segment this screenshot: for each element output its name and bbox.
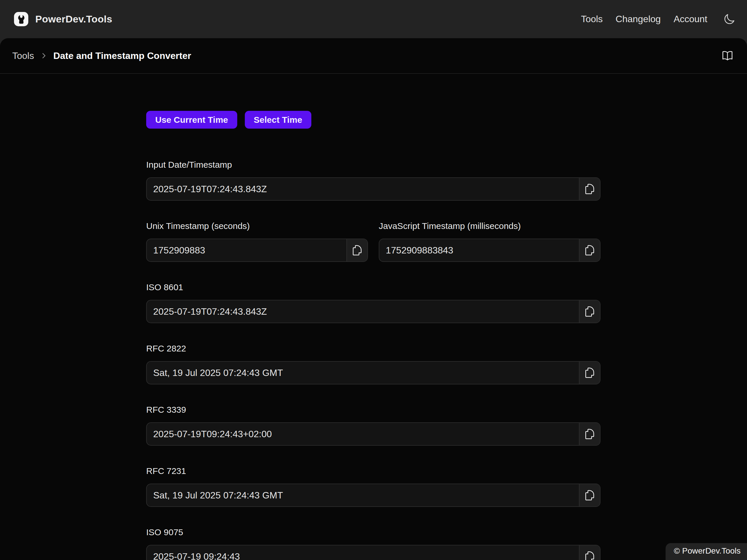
- field-inputgroup: [146, 177, 600, 201]
- field-group-js: JavaScript Timestamp (milliseconds): [379, 221, 600, 262]
- iso9075-field[interactable]: [147, 545, 579, 560]
- moon-icon: [723, 14, 735, 25]
- converter-content: Use Current Time Select Time Input Date/…: [0, 74, 600, 560]
- field-label: ISO 9075: [146, 527, 600, 537]
- field-inputgroup: [146, 484, 600, 507]
- chevron-right-icon: [40, 52, 48, 59]
- copy-icon: [584, 306, 596, 317]
- rfc7231-field[interactable]: [147, 484, 579, 506]
- copy-button[interactable]: [579, 178, 600, 200]
- copy-button[interactable]: [579, 300, 600, 323]
- main-card: Tools Date and Timestamp Converter Use C…: [0, 38, 747, 560]
- field-group-iso8601: ISO 8601: [146, 282, 600, 323]
- rfc3339-field[interactable]: [147, 423, 579, 445]
- docs-button[interactable]: [721, 50, 733, 62]
- copy-icon: [584, 551, 596, 560]
- field-group-iso9075: ISO 9075: [146, 527, 600, 560]
- iso8601-field[interactable]: [147, 300, 579, 323]
- breadcrumb: Tools Date and Timestamp Converter: [0, 38, 747, 74]
- time-actions: Use Current Time Select Time: [146, 111, 600, 129]
- unix-timestamp-field[interactable]: [147, 239, 346, 261]
- copy-button[interactable]: [579, 545, 600, 560]
- wrench-icon: [16, 14, 27, 25]
- js-timestamp-field[interactable]: [379, 239, 579, 261]
- field-label: ISO 8601: [146, 282, 600, 293]
- copy-button[interactable]: [579, 484, 600, 506]
- logo: [14, 12, 28, 26]
- theme-toggle-button[interactable]: [722, 12, 736, 26]
- field-inputgroup: [146, 361, 600, 384]
- footer-copyright: © PowerDev.Tools: [666, 543, 747, 560]
- use-current-time-button[interactable]: Use Current Time: [146, 111, 237, 129]
- field-inputgroup: [379, 239, 600, 262]
- field-group-rfc2822: RFC 2822: [146, 343, 600, 384]
- breadcrumb-tools-link[interactable]: Tools: [12, 50, 34, 61]
- field-inputgroup: [146, 300, 600, 323]
- field-group-rfc3339: RFC 3339: [146, 404, 600, 446]
- app-window: PowerDev.Tools Tools Changelog Account T…: [0, 0, 747, 560]
- copy-icon: [584, 489, 596, 501]
- field-inputgroup: [146, 545, 600, 560]
- nav-item-changelog[interactable]: Changelog: [616, 14, 661, 25]
- brand-name: PowerDev.Tools: [35, 14, 112, 25]
- copy-icon: [351, 244, 363, 256]
- copy-icon: [584, 367, 596, 379]
- field-group-unix: Unix Timestamp (seconds): [146, 221, 368, 262]
- timestamp-columns: Unix Timestamp (seconds) JavaScript Time…: [146, 221, 600, 262]
- copy-icon: [584, 428, 596, 440]
- input-date-field[interactable]: [147, 178, 579, 200]
- copy-icon: [584, 183, 596, 195]
- copy-button[interactable]: [579, 362, 600, 384]
- copy-button[interactable]: [579, 423, 600, 445]
- field-label: RFC 3339: [146, 404, 600, 415]
- nav-item-tools[interactable]: Tools: [581, 14, 603, 25]
- rfc2822-field[interactable]: [147, 362, 579, 384]
- field-group-rfc7231: RFC 7231: [146, 466, 600, 507]
- field-label: JavaScript Timestamp (milliseconds): [379, 221, 600, 231]
- field-label: Input Date/Timestamp: [146, 160, 600, 170]
- brand[interactable]: PowerDev.Tools: [14, 12, 112, 26]
- field-label: RFC 2822: [146, 343, 600, 354]
- select-time-button[interactable]: Select Time: [245, 111, 311, 129]
- field-label: Unix Timestamp (seconds): [146, 221, 368, 231]
- field-label: RFC 7231: [146, 466, 600, 476]
- field-inputgroup: [146, 239, 368, 262]
- copy-button[interactable]: [346, 239, 367, 261]
- copy-button[interactable]: [579, 239, 600, 261]
- top-nav-links: Tools Changelog Account: [581, 12, 736, 26]
- field-group-input-date: Input Date/Timestamp: [146, 160, 600, 201]
- nav-item-account[interactable]: Account: [673, 14, 707, 25]
- field-inputgroup: [146, 422, 600, 446]
- copy-icon: [584, 244, 596, 256]
- top-navbar: PowerDev.Tools Tools Changelog Account: [0, 0, 747, 38]
- book-open-icon: [721, 50, 733, 62]
- page-title: Date and Timestamp Converter: [53, 50, 191, 61]
